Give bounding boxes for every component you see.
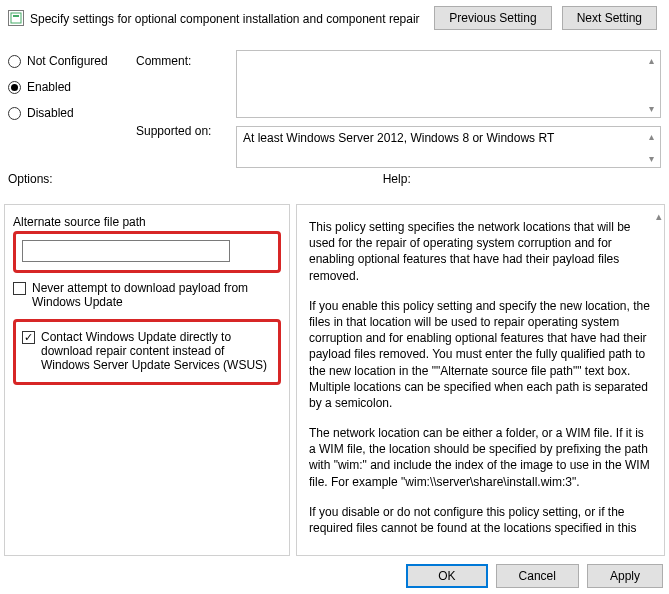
- checkbox-label: Contact Windows Update directly to downl…: [41, 330, 270, 372]
- apply-button[interactable]: Apply: [587, 564, 663, 588]
- window-icon: [8, 10, 24, 26]
- radio-not-configured[interactable]: Not Configured: [8, 54, 126, 68]
- help-paragraph: The network location can be either a fol…: [309, 425, 652, 490]
- radio-disabled[interactable]: Disabled: [8, 106, 126, 120]
- help-label: Help:: [383, 172, 411, 186]
- comment-label: Comment:: [136, 54, 226, 68]
- radio-label: Not Configured: [27, 54, 108, 68]
- options-pane: Alternate source file path Never attempt…: [4, 204, 290, 556]
- contact-wu-checkbox-row[interactable]: Contact Windows Update directly to downl…: [22, 330, 270, 372]
- radio-enabled[interactable]: Enabled: [8, 80, 126, 94]
- window-title: Specify settings for optional component …: [30, 10, 428, 26]
- scroll-down-icon[interactable]: ▾: [643, 150, 659, 166]
- help-pane: ▴ This policy setting specifies the netw…: [296, 204, 665, 556]
- scroll-up-icon[interactable]: ▴: [643, 128, 659, 144]
- checkbox-icon: [22, 331, 35, 344]
- radio-icon: [8, 55, 21, 68]
- radio-icon: [8, 81, 21, 94]
- alternate-source-path-label: Alternate source file path: [13, 215, 281, 229]
- help-paragraph: If you disable or do not configure this …: [309, 504, 652, 536]
- scroll-up-icon[interactable]: ▴: [656, 209, 662, 224]
- previous-setting-button[interactable]: Previous Setting: [434, 6, 551, 30]
- svg-rect-0: [11, 13, 21, 23]
- checkbox-icon: [13, 282, 26, 295]
- supported-on-value: At least Windows Server 2012, Windows 8 …: [243, 131, 554, 145]
- radio-icon: [8, 107, 21, 120]
- checkbox-label: Never attempt to download payload from W…: [32, 281, 281, 309]
- svg-rect-1: [13, 15, 19, 17]
- radio-label: Enabled: [27, 80, 71, 94]
- alternate-source-path-input[interactable]: [22, 240, 230, 262]
- never-download-checkbox-row[interactable]: Never attempt to download payload from W…: [13, 281, 281, 309]
- supported-on-text: At least Windows Server 2012, Windows 8 …: [236, 126, 661, 168]
- ok-button[interactable]: OK: [406, 564, 487, 588]
- scroll-down-icon[interactable]: ▾: [643, 100, 659, 116]
- scroll-up-icon[interactable]: ▴: [643, 52, 659, 68]
- help-paragraph: This policy setting specifies the networ…: [309, 219, 652, 284]
- radio-label: Disabled: [27, 106, 74, 120]
- supported-on-label: Supported on:: [136, 124, 226, 138]
- highlight-contact-wu: Contact Windows Update directly to downl…: [13, 319, 281, 385]
- cancel-button[interactable]: Cancel: [496, 564, 579, 588]
- highlight-source-path: [13, 231, 281, 273]
- help-paragraph: If you enable this policy setting and sp…: [309, 298, 652, 411]
- comment-textarea[interactable]: ▴ ▾: [236, 50, 661, 118]
- options-label: Options:: [8, 172, 53, 186]
- next-setting-button[interactable]: Next Setting: [562, 6, 657, 30]
